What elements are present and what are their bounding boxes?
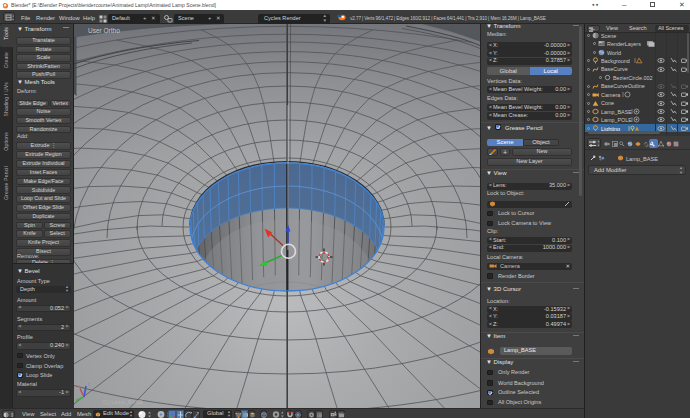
svg-text:User Ortho: User Ortho [88, 27, 120, 34]
svg-text:(1) Lamp_BASE: (1) Lamp_BASE [103, 399, 143, 405]
